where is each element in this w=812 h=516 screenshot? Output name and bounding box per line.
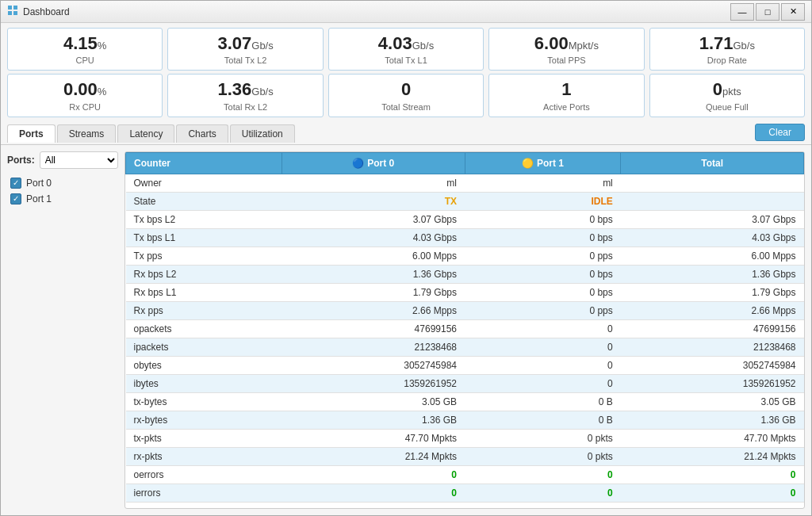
table-container[interactable]: Counter🔵Port 0🟡Port 1Total OwnermlmlStat… bbox=[124, 151, 805, 509]
minimize-button[interactable]: — bbox=[730, 3, 754, 21]
metric-value-cpu: 4.15% bbox=[16, 33, 154, 54]
table-row: ierrors000 bbox=[126, 484, 804, 502]
tab-ports[interactable]: Ports bbox=[7, 124, 56, 143]
metric-card-total-tx-l2: 3.07Gb/s Total Tx L2 bbox=[167, 28, 323, 71]
cell-port1-7: 0 pps bbox=[465, 301, 621, 319]
metric-unit-queue-full: pkts bbox=[722, 86, 741, 97]
metric-label-total-tx-l1: Total Tx L1 bbox=[337, 55, 475, 65]
cell-total-9: 21238468 bbox=[621, 338, 804, 356]
tab-charts[interactable]: Charts bbox=[176, 124, 228, 143]
cell-port0-5: 1.36 Gbps bbox=[282, 265, 465, 283]
cell-counter-15: rx-pkts bbox=[126, 447, 282, 465]
metric-unit-total-tx-l2: Gb/s bbox=[251, 40, 273, 52]
cell-port1-13: 0 B bbox=[465, 411, 621, 429]
cell-port1-3: 0 bps bbox=[465, 228, 621, 247]
cell-port0-2: 3.07 Gbps bbox=[282, 210, 465, 228]
cell-port1-1: IDLE bbox=[465, 192, 621, 210]
cell-counter-4: Tx pps bbox=[126, 247, 282, 265]
metric-label-active-ports: Active Ports bbox=[497, 102, 635, 112]
cell-port1-17: 0 bbox=[465, 484, 621, 502]
tab-streams[interactable]: Streams bbox=[57, 124, 117, 143]
app-icon bbox=[7, 5, 18, 18]
cell-port0-7: 2.66 Mpps bbox=[282, 301, 465, 319]
cell-port1-16: 0 bbox=[465, 465, 621, 484]
cell-total-10: 3052745984 bbox=[621, 356, 804, 374]
sidebar: Ports: All ✓ Port 0 ✓ Port 1 bbox=[7, 151, 118, 509]
content-area: Ports: All ✓ Port 0 ✓ Port 1 Counter🔵Por… bbox=[1, 145, 811, 515]
cell-counter-3: Tx bps L1 bbox=[126, 228, 282, 247]
metric-value-total-rx-l2: 1.36Gb/s bbox=[176, 79, 314, 100]
ports-label: Ports: bbox=[7, 155, 35, 166]
cell-total-7: 2.66 Mpps bbox=[621, 301, 804, 319]
cell-counter-7: Rx pps bbox=[126, 301, 282, 319]
cell-counter-12: tx-bytes bbox=[126, 392, 282, 411]
cell-port0-16: 0 bbox=[282, 465, 465, 484]
metric-value-queue-full: 0pkts bbox=[658, 79, 796, 100]
zero-val: 0 bbox=[791, 487, 796, 499]
close-button[interactable]: ✕ bbox=[781, 3, 805, 21]
cell-total-0 bbox=[621, 174, 804, 192]
cell-total-13: 1.36 GB bbox=[621, 411, 804, 429]
cell-counter-1: State bbox=[126, 192, 282, 210]
cell-total-17: 0 bbox=[621, 484, 804, 502]
state-idle: IDLE bbox=[591, 196, 612, 207]
window-title: Dashboard bbox=[23, 6, 70, 17]
metric-value-active-ports: 1 bbox=[497, 79, 635, 100]
port-item-port0[interactable]: ✓ Port 0 bbox=[7, 175, 118, 191]
cell-port0-3: 4.03 Gbps bbox=[282, 228, 465, 247]
metric-card-active-ports: 1 Active Ports bbox=[488, 74, 644, 117]
port-item-port1[interactable]: ✓ Port 1 bbox=[7, 191, 118, 207]
cell-port0-4: 6.00 Mpps bbox=[282, 247, 465, 265]
cell-total-8: 47699156 bbox=[621, 319, 804, 338]
cell-counter-11: ibytes bbox=[126, 374, 282, 392]
checkbox-port1[interactable]: ✓ bbox=[10, 193, 21, 204]
cell-port0-10: 3052745984 bbox=[282, 356, 465, 374]
cell-counter-17: ierrors bbox=[126, 484, 282, 502]
table-row: ipackets21238468021238468 bbox=[126, 338, 804, 356]
port-icon-port1: 🟡 bbox=[522, 158, 534, 169]
metric-unit-cpu: % bbox=[98, 40, 107, 52]
cell-port0-14: 47.70 Mpkts bbox=[282, 429, 465, 447]
cell-total-15: 21.24 Mpkts bbox=[621, 447, 804, 465]
checkbox-port0[interactable]: ✓ bbox=[10, 178, 21, 189]
metric-card-total-rx-l2: 1.36Gb/s Total Rx L2 bbox=[167, 74, 323, 117]
cell-total-12: 3.05 GB bbox=[621, 392, 804, 411]
tab-latency[interactable]: Latency bbox=[117, 124, 174, 143]
ports-select[interactable]: All bbox=[40, 151, 118, 169]
svg-rect-1 bbox=[13, 6, 17, 10]
metric-card-total-stream: 0 Total Stream bbox=[328, 74, 484, 117]
zero-val: 0 bbox=[607, 487, 613, 499]
table-row: tx-pkts47.70 Mpkts0 pkts47.70 Mpkts bbox=[126, 429, 804, 447]
metric-label-rx-cpu: Rx CPU bbox=[16, 102, 154, 112]
metric-value-rx-cpu: 0.00% bbox=[16, 79, 154, 100]
cell-port0-0: ml bbox=[282, 174, 465, 192]
cell-port1-0: ml bbox=[465, 174, 621, 192]
table-row: opackets47699156047699156 bbox=[126, 319, 804, 338]
cell-port1-12: 0 B bbox=[465, 392, 621, 411]
cell-counter-5: Rx bps L2 bbox=[126, 265, 282, 283]
cell-port0-8: 47699156 bbox=[282, 319, 465, 338]
tab-utilization[interactable]: Utilization bbox=[230, 124, 295, 143]
table-row: Tx bps L23.07 Gbps0 bps3.07 Gbps bbox=[126, 210, 804, 228]
clear-button[interactable]: Clear bbox=[755, 124, 805, 141]
cell-total-14: 47.70 Mpkts bbox=[621, 429, 804, 447]
title-bar-left: Dashboard bbox=[7, 5, 70, 18]
cell-port0-12: 3.05 GB bbox=[282, 392, 465, 411]
metric-card-drop-rate: 1.71Gb/s Drop Rate bbox=[649, 28, 805, 71]
port-icon-port0: 🔵 bbox=[352, 158, 364, 169]
table-row: StateTXIDLE bbox=[126, 192, 804, 210]
maximize-button[interactable]: □ bbox=[756, 3, 779, 21]
ports-label-row: Ports: All bbox=[7, 151, 118, 169]
cell-port0-11: 1359261952 bbox=[282, 374, 465, 392]
cell-total-6: 1.79 Gbps bbox=[621, 283, 804, 301]
table-row: obytes305274598403052745984 bbox=[126, 356, 804, 374]
svg-rect-0 bbox=[8, 6, 12, 10]
metric-value-total-stream: 0 bbox=[337, 79, 475, 100]
cell-counter-13: rx-bytes bbox=[126, 411, 282, 429]
svg-rect-3 bbox=[13, 11, 17, 15]
state-tx: TX bbox=[445, 196, 457, 207]
metric-card-total-tx-l1: 4.03Gb/s Total Tx L1 bbox=[328, 28, 484, 71]
table-row: tx-bytes3.05 GB0 B3.05 GB bbox=[126, 392, 804, 411]
cell-port1-10: 0 bbox=[465, 356, 621, 374]
table-row: Rx bps L11.79 Gbps0 bps1.79 Gbps bbox=[126, 283, 804, 301]
